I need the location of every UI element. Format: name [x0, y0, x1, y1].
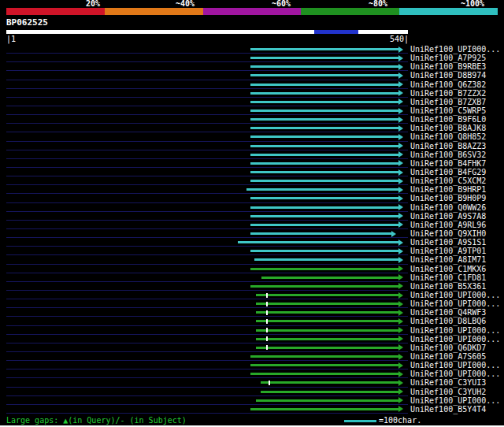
hit-bar[interactable] [250, 355, 398, 358]
hit-arrow-icon[interactable] [398, 301, 403, 307]
hit-arrow-icon[interactable] [398, 397, 403, 403]
hit-arrow-icon[interactable] [398, 274, 403, 280]
hit-bar[interactable] [250, 92, 398, 95]
hit-label[interactable]: UniRef100_UPI000... [410, 361, 500, 369]
hit-label[interactable]: UniRef100_B9F6L0 [410, 115, 486, 124]
hit-bar[interactable] [250, 145, 398, 147]
hit-bar[interactable] [250, 215, 398, 217]
hit-arrow-icon[interactable] [398, 72, 403, 79]
hit-bar[interactable] [250, 232, 391, 235]
hit-bar[interactable] [250, 224, 398, 226]
hit-bar[interactable] [250, 118, 398, 121]
hit-label[interactable]: UniRef100_C1MKX6 [410, 265, 486, 273]
hit-arrow-icon[interactable] [398, 46, 403, 53]
hit-arrow-icon[interactable] [398, 310, 403, 316]
hit-label[interactable]: UniRef100_C5XCM2 [410, 176, 486, 185]
hit-bar[interactable] [250, 180, 398, 182]
hit-label[interactable]: UniRef100_Q9XIH0 [410, 229, 486, 238]
hit-bar[interactable] [256, 399, 398, 402]
hit-label[interactable]: UniRef100_UPI000... [410, 335, 500, 343]
hit-label[interactable]: UniRef100_B6SV32 [410, 150, 486, 159]
hit-label[interactable]: UniRef100_C3YUI3 [410, 378, 486, 387]
hit-label[interactable]: UniRef100_UPI000... [410, 369, 500, 378]
hit-arrow-icon[interactable] [398, 125, 403, 132]
hit-bar[interactable] [261, 391, 399, 393]
hit-label[interactable]: UniRef100_B4FHK7 [410, 159, 486, 168]
hit-arrow-icon[interactable] [398, 108, 403, 114]
hit-label[interactable]: UniRef100_A9TP01 [410, 247, 486, 255]
hit-arrow-icon[interactable] [398, 90, 403, 96]
hit-label[interactable]: UniRef100_C5WRP5 [410, 106, 486, 115]
hit-bar[interactable] [261, 381, 399, 384]
hit-arrow-icon[interactable] [398, 169, 403, 176]
hit-bar[interactable] [250, 136, 398, 138]
hit-label[interactable]: UniRef100_UPI000... [410, 45, 500, 54]
hit-label[interactable]: UniRef100_A9S1S1 [410, 238, 486, 247]
hit-label[interactable]: UniRef100_B9RBE3 [410, 62, 486, 71]
hit-bar[interactable] [250, 48, 398, 50]
hit-arrow-icon[interactable] [398, 160, 403, 166]
hit-label[interactable]: UniRef100_C3YUH2 [410, 388, 486, 396]
hit-bar[interactable] [256, 320, 398, 322]
hit-label[interactable]: UniRef100_Q4RWF3 [410, 308, 486, 317]
hit-bar[interactable] [250, 127, 398, 129]
hit-arrow-icon[interactable] [398, 81, 403, 87]
hit-bar[interactable] [250, 197, 398, 199]
hit-label[interactable]: UniRef100_A9S7A8 [410, 212, 486, 221]
hit-bar[interactable] [256, 303, 398, 305]
hit-label[interactable]: UniRef100_B7ZZX2 [410, 89, 486, 98]
hit-bar[interactable] [250, 65, 398, 68]
hit-arrow-icon[interactable] [398, 292, 403, 299]
hit-label[interactable]: UniRef100_A8IM71 [410, 255, 486, 264]
hit-arrow-icon[interactable] [398, 117, 403, 123]
hit-label[interactable]: UniRef100_UPI000... [410, 291, 500, 299]
hit-arrow-icon[interactable] [398, 151, 403, 158]
hit-label[interactable]: UniRef100_Q0WW26 [410, 203, 486, 212]
hit-arrow-icon[interactable] [398, 143, 403, 149]
hit-arrow-icon[interactable] [398, 239, 403, 246]
hit-arrow-icon[interactable] [398, 178, 403, 184]
hit-bar[interactable] [256, 329, 398, 332]
hit-bar[interactable] [250, 268, 398, 270]
hit-bar[interactable] [256, 347, 398, 349]
hit-bar[interactable] [250, 84, 398, 86]
hit-label[interactable]: UniRef100_A7P925 [410, 54, 486, 62]
hit-label[interactable]: UniRef100_B9H0P9 [410, 194, 486, 202]
hit-arrow-icon[interactable] [398, 406, 403, 412]
hit-arrow-icon[interactable] [398, 327, 403, 333]
hit-bar[interactable] [250, 154, 398, 156]
hit-arrow-icon[interactable] [398, 380, 403, 386]
hit-arrow-icon[interactable] [398, 388, 403, 395]
hit-bar[interactable] [250, 57, 398, 59]
hit-arrow-icon[interactable] [398, 248, 403, 254]
hit-arrow-icon[interactable] [398, 336, 403, 342]
hit-label[interactable]: UniRef100_C1FD81 [410, 273, 486, 282]
hit-arrow-icon[interactable] [398, 265, 403, 272]
hit-label[interactable]: UniRef100_B8AZZ3 [410, 142, 486, 150]
hit-arrow-icon[interactable] [398, 257, 403, 263]
hit-bar[interactable] [246, 188, 399, 191]
hit-label[interactable]: UniRef100_B8AJK8 [410, 124, 486, 132]
hit-bar[interactable] [256, 338, 398, 340]
hit-label[interactable]: UniRef100_B5X361 [410, 282, 486, 291]
hit-arrow-icon[interactable] [398, 98, 403, 105]
hit-arrow-icon[interactable] [398, 213, 403, 219]
hit-label[interactable]: UniRef100_UPI000... [410, 299, 500, 308]
hit-arrow-icon[interactable] [398, 204, 403, 210]
hit-arrow-icon[interactable] [398, 134, 403, 140]
hit-bar[interactable] [250, 162, 398, 165]
hit-label[interactable]: UniRef100_A9RL96 [410, 221, 486, 229]
hit-label[interactable]: UniRef100_D8LBQ6 [410, 317, 486, 325]
hit-bar[interactable] [250, 373, 398, 375]
hit-label[interactable]: UniRef100_Q6DKD7 [410, 343, 486, 352]
hit-label[interactable]: UniRef100_UPI000... [410, 396, 500, 405]
hit-bar[interactable] [238, 241, 398, 243]
hit-arrow-icon[interactable] [398, 221, 403, 228]
hit-arrow-icon[interactable] [398, 362, 403, 369]
hit-arrow-icon[interactable] [398, 64, 403, 70]
hit-bar[interactable] [250, 101, 398, 103]
hit-arrow-icon[interactable] [398, 371, 403, 377]
hit-label[interactable]: UniRef100_B4FG29 [410, 168, 486, 176]
hit-label[interactable]: UniRef100_B9HRP1 [410, 185, 486, 194]
hit-bar[interactable] [250, 250, 398, 252]
